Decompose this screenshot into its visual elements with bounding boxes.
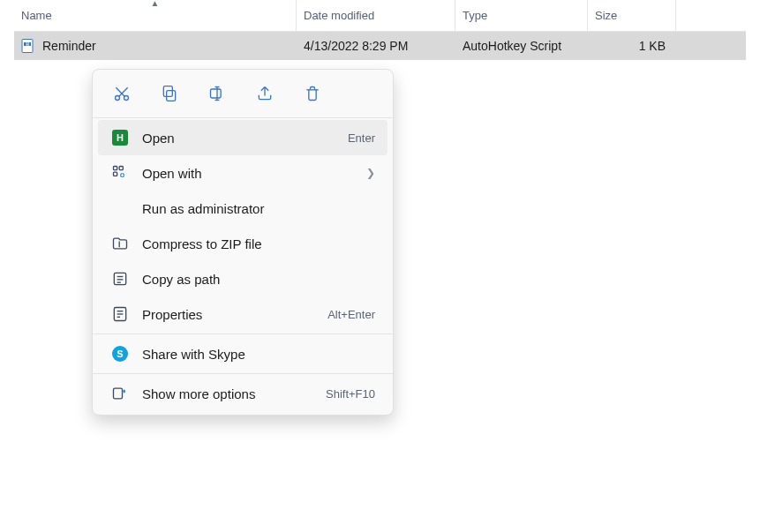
scissors-icon — [113, 85, 131, 102]
menu-item-properties[interactable]: Properties Alt+Enter — [98, 296, 388, 332]
menu-label: Compress to ZIP file — [142, 236, 375, 251]
copy-button[interactable] — [156, 80, 183, 107]
svg-rect-7 — [167, 91, 176, 101]
svg-rect-17 — [114, 172, 117, 176]
chevron-right-icon: ❯ — [366, 167, 375, 179]
copy-path-icon — [110, 269, 130, 288]
sort-ascending-icon: ▲ — [151, 0, 160, 8]
ahk-file-icon: H — [21, 39, 35, 53]
file-row[interactable]: H Reminder 4/13/2022 8:29 PM AutoHotkey … — [14, 32, 746, 60]
menu-label: Show more options — [142, 386, 313, 401]
zip-icon — [110, 234, 130, 253]
svg-rect-15 — [114, 167, 117, 170]
menu-label: Run as administrator — [142, 201, 375, 216]
separator — [93, 117, 393, 118]
file-name: Reminder — [42, 39, 96, 53]
svg-text:H: H — [26, 42, 28, 47]
show-more-icon — [110, 384, 130, 403]
context-menu: H Open Enter Open with ❯ Run as administ… — [92, 69, 394, 416]
file-date: 4/13/2022 8:29 PM — [304, 39, 408, 53]
column-label-date: Date modified — [304, 9, 374, 22]
svg-rect-16 — [119, 167, 123, 170]
menu-item-share-skype[interactable]: S Share with Skype — [98, 336, 388, 371]
menu-item-open[interactable]: H Open Enter — [98, 120, 388, 155]
menu-label: Properties — [142, 307, 315, 322]
menu-item-open-with[interactable]: Open with ❯ — [98, 155, 388, 191]
column-header-date[interactable]: Date modified — [297, 0, 455, 31]
column-header-type[interactable]: Type — [455, 0, 588, 31]
separator — [93, 333, 393, 334]
svg-point-4 — [124, 96, 129, 101]
menu-accelerator: Shift+F10 — [326, 387, 375, 401]
menu-label: Open with — [142, 166, 354, 181]
quick-actions-row — [93, 73, 393, 116]
column-label-name: Name — [21, 9, 52, 22]
share-button[interactable] — [252, 80, 278, 107]
svg-rect-30 — [114, 388, 123, 399]
file-explorer-list: Name ▲ Date modified Type Size H Reminde… — [0, 0, 760, 60]
open-with-icon — [110, 163, 130, 183]
share-icon — [256, 85, 274, 102]
menu-label: Share with Skype — [142, 347, 375, 362]
cut-button[interactable] — [109, 80, 135, 107]
menu-item-run-as-admin[interactable]: Run as administrator — [98, 191, 388, 226]
properties-icon — [110, 304, 130, 324]
rename-icon — [208, 85, 226, 102]
skype-icon: S — [110, 344, 130, 363]
column-header-name[interactable]: Name ▲ — [14, 0, 297, 31]
menu-label: Copy as path — [142, 272, 375, 287]
trash-icon — [304, 85, 321, 102]
column-label-type: Type — [463, 9, 487, 22]
blank-icon — [110, 199, 130, 218]
svg-text:H: H — [117, 132, 124, 143]
column-label-size: Size — [595, 9, 617, 22]
separator — [93, 373, 393, 374]
menu-item-compress-zip[interactable]: Compress to ZIP file — [98, 226, 388, 261]
menu-item-show-more[interactable]: Show more options Shift+F10 — [98, 376, 388, 411]
file-size: 1 KB — [639, 39, 666, 53]
autohotkey-app-icon: H — [110, 128, 130, 147]
column-header-row: Name ▲ Date modified Type Size — [14, 0, 746, 32]
copy-icon — [161, 85, 178, 102]
svg-rect-8 — [163, 86, 172, 97]
rename-button[interactable] — [204, 80, 230, 107]
svg-rect-9 — [211, 89, 222, 98]
column-header-size[interactable]: Size — [588, 0, 676, 31]
svg-point-3 — [116, 96, 120, 101]
svg-text:S: S — [117, 348, 123, 359]
menu-accelerator: Alt+Enter — [327, 308, 375, 321]
delete-button[interactable] — [299, 80, 326, 107]
menu-label: Open — [142, 131, 335, 146]
menu-item-copy-as-path[interactable]: Copy as path — [98, 261, 388, 296]
menu-accelerator: Enter — [348, 131, 375, 145]
file-type: AutoHotkey Script — [463, 39, 561, 53]
